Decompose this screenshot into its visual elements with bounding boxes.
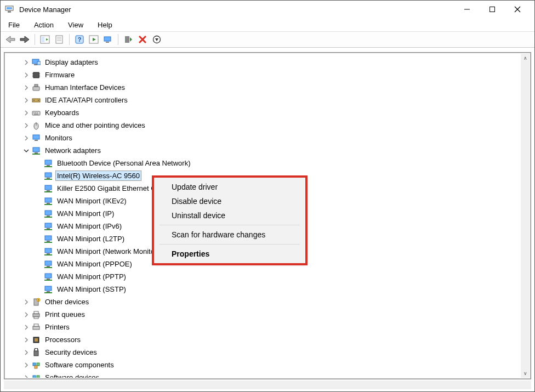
tree-item[interactable]: WAN Miniport (SSTP) [5, 283, 521, 296]
action-button[interactable] [87, 33, 100, 46]
svg-rect-60 [44, 179, 52, 180]
tree-item[interactable]: ?Other devices [5, 296, 521, 308]
maximize-button[interactable] [480, 1, 505, 18]
svg-rect-10 [42, 37, 44, 42]
tree-item[interactable]: Monitors [5, 132, 521, 144]
scroll-down-button[interactable]: ∨ [521, 369, 530, 378]
enable-device-button[interactable] [122, 33, 135, 46]
svg-rect-103 [37, 376, 39, 378]
menu-view[interactable]: View [65, 20, 87, 30]
svg-point-42 [38, 100, 39, 101]
chevron-right-icon[interactable] [23, 362, 30, 368]
svg-rect-87 [44, 292, 52, 293]
chevron-right-icon[interactable] [23, 349, 30, 356]
network-icon [44, 235, 53, 243]
chevron-right-icon[interactable] [23, 324, 30, 331]
svg-rect-75 [44, 242, 52, 243]
network-icon [44, 222, 53, 231]
context-menu-scan-hardware[interactable]: Scan for hardware changes [155, 228, 304, 242]
chevron-right-icon[interactable] [23, 311, 30, 318]
vertical-scrollbar[interactable]: ∧ ∨ [521, 54, 530, 378]
tree-item[interactable]: Print queues [5, 308, 521, 321]
tree-item[interactable]: IDE ATA/ATAPI controllers [5, 94, 521, 106]
tree-item[interactable]: Bluetooth Device (Personal Area Network) [5, 157, 521, 169]
tree-item[interactable]: Mice and other pointing devices [5, 119, 521, 132]
minimize-button[interactable] [454, 1, 480, 18]
uninstall-device-button[interactable] [136, 33, 149, 46]
menu-action[interactable]: Action [31, 20, 57, 30]
tree-item[interactable]: Human Interface Devices [5, 81, 521, 94]
tree-item[interactable]: Processors [5, 333, 521, 346]
svg-rect-2 [8, 11, 11, 13]
svg-rect-58 [45, 173, 52, 177]
tree-item-label: Software components [44, 360, 115, 370]
tree-item[interactable]: Firmware [5, 69, 521, 81]
tree-item[interactable]: Network adapters [5, 144, 521, 157]
svg-rect-84 [44, 280, 52, 281]
close-button[interactable] [505, 1, 530, 18]
menu-help[interactable]: Help [94, 20, 116, 30]
svg-rect-80 [47, 266, 50, 267]
scroll-up-button[interactable]: ∧ [521, 54, 530, 63]
chevron-right-icon[interactable] [23, 59, 30, 66]
svg-rect-69 [44, 217, 52, 218]
menu-file[interactable]: File [5, 20, 23, 30]
scan-hardware-button[interactable] [150, 33, 163, 46]
chevron-right-icon[interactable] [23, 135, 30, 141]
chevron-down-icon[interactable] [23, 147, 30, 154]
context-menu-separator [160, 225, 300, 225]
properties-button[interactable] [53, 33, 66, 46]
network-icon [44, 197, 53, 206]
monitor-icon [32, 134, 41, 143]
toolbar-separator [69, 34, 70, 45]
forward-button[interactable] [18, 33, 31, 46]
chevron-right-icon[interactable] [23, 97, 30, 104]
svg-rect-73 [45, 236, 52, 240]
svg-rect-67 [45, 211, 52, 215]
tree-item-label: WAN Miniport (IP) [56, 209, 115, 218]
tree-item-label: Display adapters [44, 58, 99, 67]
svg-rect-29 [34, 64, 37, 65]
svg-rect-20 [104, 37, 111, 41]
tree-item[interactable]: Display adapters [5, 56, 521, 69]
context-menu-update-driver[interactable]: Update driver [155, 180, 304, 194]
chevron-right-icon[interactable] [23, 299, 30, 305]
svg-rect-1 [7, 7, 12, 9]
tree-item[interactable]: Printers [5, 321, 521, 333]
chevron-right-icon[interactable] [23, 122, 30, 129]
chevron-right-icon[interactable] [23, 84, 30, 91]
tree-item-label: Bluetooth Device (Personal Area Network) [56, 158, 192, 168]
svg-rect-56 [47, 165, 50, 166]
security-icon [32, 348, 41, 357]
svg-rect-64 [45, 198, 52, 202]
svg-rect-77 [47, 253, 50, 254]
tree-item[interactable]: WAN Miniport (PPTP) [5, 270, 521, 283]
chevron-right-icon[interactable] [23, 72, 30, 78]
network-icon [44, 247, 53, 256]
help-button[interactable]: ? [73, 33, 86, 46]
tree-item[interactable]: Software components [5, 359, 521, 371]
svg-rect-99 [33, 363, 36, 366]
context-menu-properties[interactable]: Properties [155, 247, 304, 261]
svg-rect-50 [33, 135, 39, 139]
svg-rect-46 [37, 112, 38, 113]
tree-item-label: WAN Miniport (SSTP) [56, 285, 127, 294]
context-menu-uninstall-device[interactable]: Uninstall device [155, 208, 304, 223]
tree-item[interactable]: Software devices [5, 371, 521, 378]
back-button[interactable] [4, 33, 17, 46]
toolbar-separator [35, 34, 35, 45]
tree-item-label: Monitors [44, 133, 73, 143]
svg-rect-4 [490, 7, 495, 12]
chevron-right-icon[interactable] [23, 374, 30, 378]
network-icon [44, 209, 53, 218]
tree-item[interactable]: Keyboards [5, 106, 521, 119]
show-hide-tree-button[interactable] [38, 33, 52, 46]
chevron-right-icon[interactable] [23, 110, 30, 116]
update-driver-button[interactable] [101, 33, 115, 46]
tree-item-label: Human Interface Devices [44, 83, 126, 92]
svg-marker-7 [6, 36, 15, 43]
tree-item[interactable]: Security devices [5, 346, 521, 359]
tree-item-label: WAN Miniport (PPPOE) [56, 259, 133, 269]
context-menu-disable-device[interactable]: Disable device [155, 194, 304, 208]
chevron-right-icon[interactable] [23, 337, 30, 343]
